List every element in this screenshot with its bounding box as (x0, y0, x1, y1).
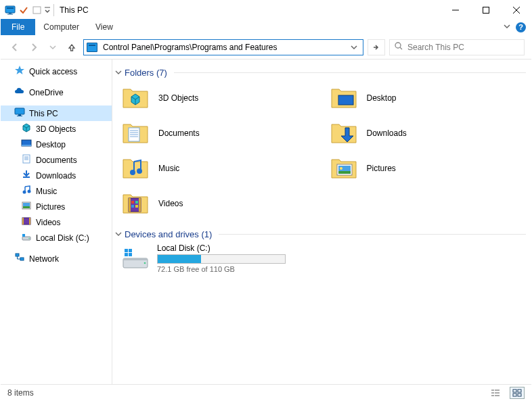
drive-icon (120, 245, 150, 272)
sidebar-item-documents[interactable]: Documents (1, 152, 112, 168)
svg-rect-36 (338, 95, 353, 105)
svg-rect-53 (135, 201, 138, 204)
desktop-icon (21, 138, 32, 151)
svg-rect-2 (9, 13, 12, 14)
svg-point-43 (137, 168, 142, 174)
folder-icon (120, 155, 150, 182)
cloud-icon (14, 86, 25, 99)
sidebar-item-desktop[interactable]: Desktop (1, 137, 112, 152)
sidebar-item-music[interactable]: Music (1, 183, 112, 199)
svg-rect-4 (33, 7, 41, 14)
svg-rect-61 (125, 253, 128, 256)
svg-rect-51 (139, 198, 141, 212)
svg-rect-34 (16, 254, 19, 256)
svg-rect-50 (129, 198, 131, 212)
group-header-folders[interactable]: Folders (7) (115, 68, 526, 78)
maximize-button[interactable] (470, 1, 501, 19)
qat-new-folder-icon[interactable] (32, 5, 43, 16)
sidebar-item-this-pc[interactable]: This PC (1, 105, 112, 121)
nav-pane: Quick access OneDrive This PC 3D Objects… (1, 60, 112, 384)
search-box[interactable]: Search This PC (389, 39, 525, 55)
group-header-drives[interactable]: Devices and drives (1) (115, 229, 526, 239)
sidebar-item-3d-objects[interactable]: 3D Objects (1, 121, 112, 137)
svg-rect-14 (17, 116, 22, 116)
folder-videos[interactable]: Videos (120, 187, 315, 220)
statusbar: 8 items (1, 384, 531, 400)
folder-desktop[interactable]: Desktop (329, 82, 524, 114)
sidebar-item-pictures[interactable]: Pictures (1, 199, 112, 214)
sidebar-item-onedrive[interactable]: OneDrive (1, 85, 112, 100)
sidebar-item-local-disk[interactable]: Local Disk (C:) (1, 230, 112, 245)
minimize-button[interactable] (440, 1, 470, 19)
view-large-icons-button[interactable] (510, 387, 525, 399)
folder-icon (120, 85, 150, 112)
music-icon (21, 185, 32, 197)
svg-point-23 (28, 190, 31, 193)
svg-point-58 (144, 262, 146, 264)
svg-rect-72 (518, 394, 521, 396)
svg-rect-13 (18, 114, 21, 116)
folder-music[interactable]: Music (120, 152, 315, 185)
sidebar-item-downloads[interactable]: Downloads (1, 168, 112, 183)
menu-file[interactable]: File (1, 19, 35, 35)
drive-icon (21, 231, 32, 244)
window-monitor-icon (5, 5, 16, 16)
folder-downloads[interactable]: Downloads (329, 117, 524, 149)
svg-rect-57 (123, 258, 148, 260)
sidebar-item-network[interactable]: Network (1, 251, 112, 266)
folder-icon (120, 190, 150, 217)
svg-rect-54 (131, 205, 134, 208)
drive-free-text: 72.1 GB free of 110 GB (157, 265, 286, 273)
sidebar-item-quick-access[interactable]: Quick access (1, 64, 112, 79)
address-location-icon (87, 43, 97, 52)
svg-rect-29 (22, 218, 24, 225)
address-go-button[interactable] (368, 39, 385, 55)
network-icon (14, 252, 25, 265)
qat-properties-icon[interactable] (18, 5, 29, 16)
folder-icon (329, 85, 359, 112)
svg-rect-52 (131, 201, 134, 204)
folder-icon (329, 120, 359, 147)
svg-rect-26 (23, 203, 30, 206)
address-history-icon[interactable] (348, 44, 360, 51)
recent-locations-icon[interactable] (45, 40, 60, 55)
monitor-icon (14, 107, 25, 120)
search-icon (394, 41, 403, 53)
svg-rect-59 (125, 249, 128, 252)
forward-button[interactable] (26, 40, 41, 55)
close-button[interactable] (501, 1, 531, 19)
svg-rect-35 (20, 258, 24, 260)
folder-icon (329, 155, 359, 182)
titlebar-separator (53, 4, 54, 16)
back-button[interactable] (7, 40, 22, 55)
svg-rect-62 (129, 253, 132, 256)
svg-rect-47 (338, 171, 351, 174)
address-input[interactable] (102, 42, 344, 53)
status-item-count: 8 items (7, 388, 34, 398)
content-area: Folders (7) 3D Objects Desktop Documents… (112, 60, 531, 384)
chevron-down-icon (115, 230, 122, 239)
drive-capacity-bar (157, 254, 286, 264)
chevron-down-icon (115, 68, 122, 78)
star-icon (14, 65, 25, 78)
svg-line-11 (400, 47, 402, 49)
folder-documents[interactable]: Documents (120, 117, 315, 149)
svg-rect-17 (23, 155, 30, 163)
drive-local-disk-c[interactable]: Local Disk (C:) 72.1 GB free of 110 GB (115, 241, 526, 273)
qat-customize-icon[interactable] (44, 5, 51, 15)
svg-rect-32 (22, 234, 25, 237)
view-details-button[interactable] (488, 387, 503, 399)
up-button[interactable] (64, 40, 79, 55)
svg-rect-70 (518, 390, 521, 392)
sidebar-item-videos[interactable]: Videos (1, 214, 112, 230)
folder-3d-objects[interactable]: 3D Objects (120, 82, 315, 114)
search-placeholder: Search This PC (407, 43, 464, 52)
help-button[interactable]: ? (516, 22, 526, 32)
folder-pictures[interactable]: Pictures (329, 152, 524, 185)
address-bar[interactable] (83, 39, 363, 55)
svg-rect-16 (22, 145, 31, 146)
download-icon (21, 169, 32, 182)
menu-computer[interactable]: Computer (35, 19, 87, 35)
menu-view[interactable]: View (87, 19, 121, 35)
ribbon-expand-icon[interactable] (504, 22, 510, 32)
